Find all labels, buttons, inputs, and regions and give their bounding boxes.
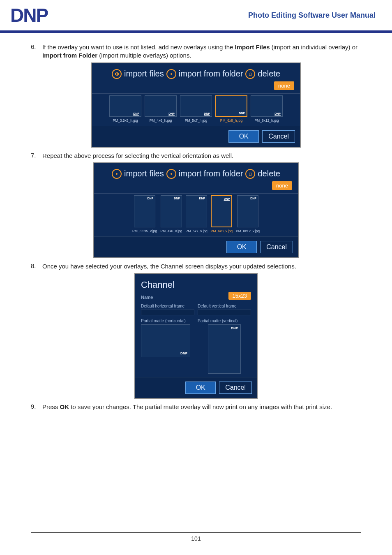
step-text: Repeat the above process for selecting t… (42, 152, 361, 160)
step-7: 7. Repeat the above process for selectin… (31, 152, 361, 160)
overlay-thumb[interactable]: DNPPM_3,5x5_v.jpg (132, 195, 157, 233)
brand-logo: DNP (10, 4, 48, 26)
none-badge[interactable]: none (274, 81, 294, 90)
default-horizontal-frame-cell[interactable]: Default horizontal frame (141, 304, 194, 315)
step-number: 6. (31, 43, 42, 60)
manual-title: Photo Editing Software User Manual (248, 11, 376, 20)
import-files-button[interactable]: import files (124, 169, 164, 178)
channel-name-value[interactable]: 15x23 (228, 292, 251, 300)
name-label: Name (141, 295, 153, 300)
svg-point-0 (171, 73, 172, 75)
page-footer: 101 (0, 532, 392, 542)
cancel-button[interactable]: Cancel (219, 382, 252, 394)
svg-point-2 (116, 173, 118, 175)
svg-point-3 (171, 173, 172, 175)
import-from-folder-button[interactable]: import from folder (179, 169, 243, 178)
gear-icon[interactable] (166, 69, 176, 79)
step-number: 8. (31, 262, 42, 271)
overlay-thumb[interactable]: DNPPM_4x6_h.jpg (145, 95, 177, 123)
thumbnail-row: DNPPM_3.5x5_h.jpg DNPPM_4x6_h.jpg DNPPM_… (92, 93, 300, 126)
step-number: 9. (31, 403, 42, 411)
import-files-button[interactable]: import files (124, 69, 164, 79)
none-badge[interactable]: none (272, 181, 292, 190)
dialog-toolbar: import files import from folder delete (92, 63, 300, 81)
delete-button[interactable]: delete (258, 169, 280, 178)
gear-icon[interactable] (112, 69, 122, 79)
trash-icon[interactable] (245, 169, 255, 179)
step-number: 7. (31, 152, 42, 160)
overlay-thumb[interactable]: DNPPM_5x7_h.jpg (180, 95, 212, 123)
step-text: Once you have selected your overlays, th… (42, 262, 361, 271)
page-number: 101 (191, 535, 201, 542)
step-8: 8. Once you have selected your overlays,… (31, 262, 361, 271)
overlay-thumb-selected[interactable]: DNPPM_6x8_v.jpg (211, 195, 233, 233)
step-9: 9. Press OK to save your changes. The pa… (31, 403, 361, 411)
overlay-thumb-selected[interactable]: DNPPM_6x8_h.jpg (215, 95, 247, 123)
gear-icon[interactable] (166, 169, 176, 179)
panel-title: Channel (135, 274, 257, 292)
overlay-thumb[interactable]: DNPPM_8x12_v.jpg (236, 195, 260, 233)
cancel-button[interactable]: Cancel (262, 130, 295, 143)
svg-rect-4 (249, 173, 251, 176)
overlay-thumb[interactable]: DNPPM_5x7_v.jpg (186, 195, 208, 233)
default-vertical-frame-cell[interactable]: Default vertical frame (198, 304, 251, 315)
ok-button[interactable]: OK (228, 130, 259, 143)
cancel-button[interactable]: Cancel (260, 241, 293, 253)
gear-icon[interactable] (112, 169, 122, 179)
delete-button[interactable]: delete (258, 69, 280, 79)
step-text: If the overlay you want to use is not li… (42, 43, 361, 60)
thumbnail-row: DNPPM_3,5x5_v.jpg DNPPM_4x6_v.jpg DNPPM_… (94, 193, 298, 236)
ok-button[interactable]: OK (185, 382, 216, 394)
trash-icon[interactable] (245, 69, 255, 79)
partial-matte-horizontal-cell[interactable]: Partial matte (horizontal)DNP (141, 319, 194, 374)
overlay-thumb[interactable]: DNPPM_4x6_v.jpg (160, 195, 182, 233)
import-dialog-vertical: import files import from folder delete n… (93, 162, 299, 258)
import-dialog-horizontal: import files import from folder delete n… (91, 62, 301, 148)
partial-matte-vertical-cell[interactable]: Partial matte (vertical)DNP (198, 319, 251, 374)
import-from-folder-button[interactable]: import from folder (179, 69, 243, 79)
ok-button[interactable]: OK (226, 241, 257, 253)
step-text: Press OK to save your changes. The parti… (42, 403, 361, 411)
channel-panel: Channel Name 15x23 Default horizontal fr… (134, 273, 258, 399)
overlay-thumb[interactable]: DNPPM_3.5x5_h.jpg (109, 95, 141, 123)
svg-rect-1 (249, 73, 251, 76)
dialog-toolbar: import files import from folder delete (94, 163, 298, 180)
page-header: DNP Photo Editing Software User Manual (0, 0, 392, 33)
overlay-thumb[interactable]: DNPPM_8x12_h.jpg (251, 95, 283, 123)
step-6: 6. If the overlay you want to use is not… (31, 43, 361, 60)
